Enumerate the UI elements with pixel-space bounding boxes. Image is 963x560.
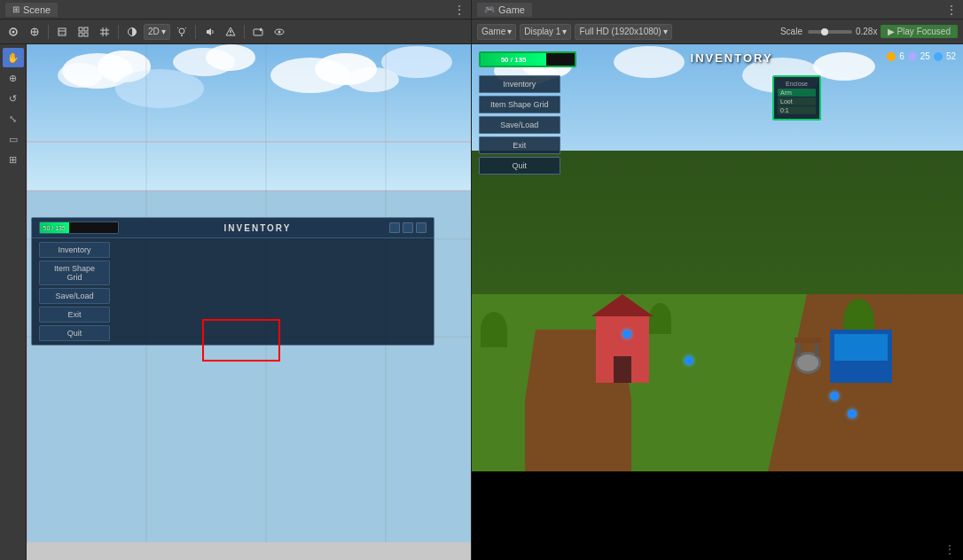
- tool-hand[interactable]: ✋: [3, 48, 24, 67]
- scale-thumb: [821, 28, 828, 35]
- menu-item-shape-grid[interactable]: Item Shape Grid: [39, 261, 110, 285]
- toolbar-layers-btn[interactable]: [52, 23, 72, 41]
- game-scene: 50 / 135 INVENTORY 6 25 52: [472, 44, 963, 471]
- svg-rect-9: [84, 27, 88, 31]
- game-viewport: 50 / 135 INVENTORY 6 25 52: [472, 44, 963, 560]
- tool-transform[interactable]: ⊞: [3, 150, 24, 169]
- scene-inventory-panel: 50 / 135 INVENTORY Inventory Item Shape …: [31, 217, 435, 346]
- game-health-fill: 50 / 135: [481, 53, 546, 66]
- water-well: [795, 338, 821, 374]
- scene-viewport: ✋ ⊕ ↺ ⤡ ▭ ⊞: [0, 44, 471, 560]
- game-inv-title: INVENTORY: [691, 51, 773, 65]
- toolbar-pivot-btn[interactable]: [25, 23, 44, 41]
- item-row-1[interactable]: Arm: [778, 89, 816, 97]
- scale-label: Scale: [780, 27, 802, 36]
- game-display-dropdown[interactable]: Game ▾: [477, 24, 516, 40]
- scale-slider[interactable]: [808, 30, 852, 34]
- game-item-panel: Enclose Arm Loot 0:1: [772, 75, 821, 121]
- svg-point-23: [230, 34, 231, 35]
- svg-rect-5: [59, 28, 66, 35]
- game-tab-more-icon[interactable]: ⋮: [945, 3, 958, 17]
- scene-sky: [27, 44, 471, 191]
- game-display-num-dropdown[interactable]: Display 1 ▾: [520, 24, 571, 40]
- inventory-header: 50 / 135 INVENTORY: [32, 218, 434, 238]
- svg-point-27: [278, 30, 280, 33]
- game-resolution-dropdown[interactable]: Full HD (1920x1080) ▾: [575, 24, 671, 40]
- tool-scale[interactable]: ⤡: [3, 109, 24, 128]
- sep4: [244, 25, 245, 39]
- grass-1: [481, 312, 507, 347]
- gem-4: [848, 409, 857, 418]
- inventory-icons: [389, 222, 427, 233]
- game-health-bar: 50 / 135: [479, 51, 576, 67]
- health-text: 50 / 135: [43, 225, 66, 231]
- inv-icon-3: [416, 222, 427, 233]
- toolbar-light-btn[interactable]: [172, 23, 192, 41]
- scene-tab-more-icon[interactable]: ⋮: [453, 3, 466, 17]
- tool-rect[interactable]: ▭: [3, 129, 24, 149]
- inv-icon-1: [389, 222, 400, 233]
- game-menu-quit[interactable]: Quit: [479, 157, 560, 175]
- menu-item-inventory[interactable]: Inventory: [39, 242, 110, 258]
- game-health-section: 50 / 135: [479, 51, 576, 67]
- toolbar-camera-btn[interactable]: [248, 23, 268, 41]
- item-row-2[interactable]: Loot: [778, 97, 816, 105]
- game-inventory-menu: Inventory Item Shape Grid Save/Load Exit…: [479, 75, 560, 175]
- scale-value: 0.28x: [856, 27, 877, 36]
- svg-rect-11: [84, 33, 88, 36]
- toolbar-grid-btn[interactable]: [95, 23, 114, 41]
- scene-tool-panel: ✋ ⊕ ↺ ⤡ ▭ ⊞: [0, 44, 27, 560]
- gem-1: [622, 330, 631, 338]
- toolbar-snap-btn[interactable]: [74, 23, 93, 41]
- svg-point-32: [206, 44, 255, 71]
- menu-item-quit[interactable]: Quit: [39, 325, 110, 341]
- inventory-menu: Inventory Item Shape Grid Save/Load Exit…: [32, 238, 434, 345]
- gem-3: [830, 392, 839, 401]
- scene-tab-bar: ⊞ Scene ⋮: [0, 0, 471, 19]
- toolbar-eye-btn[interactable]: [270, 23, 289, 41]
- health-bar-fill: 50 / 135: [40, 222, 69, 233]
- scene-panel: ⊞ Scene ⋮: [0, 0, 472, 560]
- game-health-text: 50 / 135: [501, 56, 527, 64]
- game-menu-save-load[interactable]: Save/Load: [479, 116, 560, 134]
- game-tab[interactable]: 🎮 Game: [477, 3, 532, 17]
- scale-section: Scale 0.28x: [780, 27, 877, 36]
- game-hud: 50 / 135 INVENTORY 6 25 52: [479, 51, 956, 67]
- game-menu-inventory[interactable]: Inventory: [479, 75, 560, 93]
- scene-tab[interactable]: ⊞ Scene: [5, 3, 58, 17]
- toolbar-shading-btn[interactable]: [122, 23, 142, 41]
- svg-point-17: [179, 28, 184, 34]
- game-panel: 🎮 Game ⋮ Game ▾ Display 1 ▾ Full HD (192…: [472, 0, 963, 560]
- inv-icon-2: [403, 222, 413, 233]
- sep1: [48, 25, 49, 39]
- item-row-3[interactable]: 0:1: [778, 106, 816, 114]
- svg-marker-25: [260, 27, 262, 31]
- game-menu-exit[interactable]: Exit: [479, 136, 560, 154]
- bottom-right-dots-icon[interactable]: ⋮: [943, 542, 956, 556]
- coin-gold: [887, 52, 896, 61]
- building-house: [596, 312, 649, 383]
- play-focused-button[interactable]: ▶ Play Focused: [881, 25, 958, 38]
- game-tab-bar: 🎮 Game ⋮: [472, 0, 963, 19]
- menu-item-exit[interactable]: Exit: [39, 307, 110, 323]
- svg-point-37: [115, 69, 204, 108]
- blue-building: [830, 330, 892, 383]
- house-door: [614, 356, 631, 383]
- toolbar-2d-dropdown[interactable]: 2D ▾: [144, 24, 170, 40]
- sep2: [118, 25, 119, 39]
- toolbar-gizmo-btn[interactable]: [4, 23, 23, 41]
- gem-2: [685, 356, 693, 365]
- tool-move[interactable]: ⊕: [3, 68, 24, 88]
- tool-rotate[interactable]: ↺: [3, 89, 24, 108]
- clouds-svg: [27, 44, 471, 191]
- inventory-title: INVENTORY: [126, 223, 389, 233]
- game-menu-shape-grid[interactable]: Item Shape Grid: [479, 96, 560, 113]
- grass-2: [649, 303, 671, 334]
- toolbar-audio-btn[interactable]: [200, 23, 219, 41]
- sep3: [195, 25, 196, 39]
- svg-line-19: [177, 27, 178, 28]
- svg-point-30: [58, 63, 102, 88]
- toolbar-fx-btn[interactable]: [221, 23, 240, 41]
- svg-rect-10: [79, 33, 82, 36]
- menu-item-save-load[interactable]: Save/Load: [39, 288, 110, 304]
